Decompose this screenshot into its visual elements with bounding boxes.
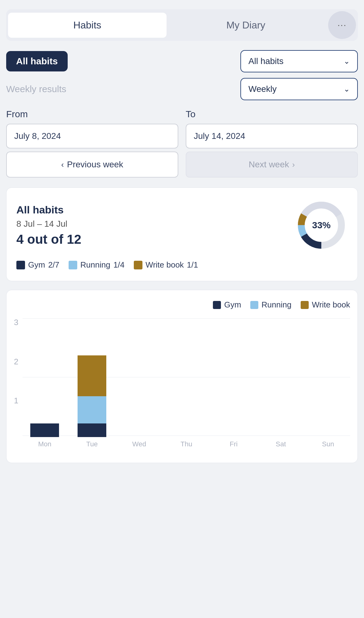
bar-friday: Fri bbox=[212, 331, 256, 448]
x-label-tue: Tue bbox=[86, 440, 98, 448]
chevron-down-icon: ⌄ bbox=[344, 85, 350, 93]
gym-color-dot bbox=[16, 261, 25, 269]
stats-count: 4 out of 12 bbox=[16, 232, 81, 247]
stats-text: All habits 8 Jul – 14 Jul 4 out of 12 bbox=[16, 204, 81, 247]
chart-gym-dot bbox=[213, 301, 221, 309]
x-label-wed: Wed bbox=[132, 440, 146, 448]
bar-tue-running bbox=[78, 396, 106, 423]
from-label: From bbox=[6, 109, 178, 119]
chart-gym-label: Gym bbox=[224, 300, 241, 310]
donut-percentage: 33% bbox=[312, 220, 331, 230]
chart-legend-running: Running bbox=[250, 300, 291, 310]
habits-filter-row: All habits All habits ⌄ bbox=[6, 50, 358, 72]
chart-writebook-dot bbox=[301, 301, 309, 309]
stats-date-range: 8 Jul – 14 Jul bbox=[16, 219, 81, 229]
to-date-input[interactable]: July 14, 2024 bbox=[186, 124, 358, 148]
tab-diary[interactable]: My Diary bbox=[167, 13, 325, 38]
gym-value: 2/7 bbox=[48, 260, 59, 270]
running-label: Running bbox=[80, 260, 110, 270]
running-value: 1/4 bbox=[113, 260, 125, 270]
writebook-value: 1/1 bbox=[187, 260, 198, 270]
bar-tuesday: Tue bbox=[70, 331, 114, 448]
week-nav-buttons: ‹ Previous week Next week › bbox=[6, 152, 358, 178]
bar-tue-stack bbox=[78, 355, 106, 437]
running-color-dot bbox=[69, 261, 77, 269]
y-axis: 3 2 1 bbox=[14, 318, 18, 448]
y-label-1: 1 bbox=[14, 397, 18, 405]
weekly-results-label: Weekly results bbox=[6, 84, 66, 94]
from-date-input[interactable]: July 8, 2024 bbox=[6, 124, 178, 148]
tab-habits[interactable]: Habits bbox=[8, 13, 167, 38]
y-label-3: 3 bbox=[14, 318, 18, 326]
legend-running: Running 1/4 bbox=[69, 260, 125, 270]
chart-running-dot bbox=[250, 301, 258, 309]
x-label-sun: Sun bbox=[322, 440, 334, 448]
chevron-left-icon: ‹ bbox=[61, 160, 64, 170]
chevron-down-icon: ⌄ bbox=[344, 57, 350, 66]
grid-line-top bbox=[23, 318, 350, 319]
next-week-button[interactable]: Next week › bbox=[186, 152, 358, 178]
bar-mon-stack bbox=[30, 423, 59, 437]
bar-mon-gym bbox=[30, 423, 59, 437]
y-label-2: 2 bbox=[14, 358, 18, 366]
chart-legend: Gym Running Write book bbox=[14, 300, 350, 310]
chart-legend-writebook: Write book bbox=[301, 300, 350, 310]
writebook-label: Write book bbox=[146, 260, 184, 270]
donut-chart: 33% bbox=[295, 199, 348, 251]
more-button[interactable]: ··· bbox=[328, 11, 356, 39]
writebook-color-dot bbox=[134, 261, 142, 269]
gym-label: Gym bbox=[28, 260, 45, 270]
weekly-row: Weekly results Weekly ⌄ bbox=[6, 78, 358, 100]
x-label-mon: Mon bbox=[38, 440, 51, 448]
x-label-fri: Fri bbox=[230, 440, 238, 448]
to-label: To bbox=[186, 109, 358, 119]
chart-legend-gym: Gym bbox=[213, 300, 241, 310]
bar-wednesday: Wed bbox=[117, 331, 161, 448]
bar-sunday: Sun bbox=[306, 331, 350, 448]
previous-week-button[interactable]: ‹ Previous week bbox=[6, 152, 178, 178]
chart-running-label: Running bbox=[261, 300, 291, 310]
stats-legend: Gym 2/7 Running 1/4 Write book 1/1 bbox=[16, 260, 348, 270]
to-column: To July 14, 2024 bbox=[186, 109, 358, 148]
bar-saturday: Sat bbox=[259, 331, 303, 448]
chart-writebook-label: Write book bbox=[312, 300, 350, 310]
chevron-right-icon: › bbox=[292, 160, 295, 170]
bar-thursday: Thu bbox=[164, 331, 209, 448]
tab-bar: Habits My Diary ··· bbox=[6, 9, 358, 41]
bar-monday: Mon bbox=[23, 331, 67, 448]
stats-top-row: All habits 8 Jul – 14 Jul 4 out of 12 bbox=[16, 199, 348, 251]
bars-area: Mon Tue Wed Thu bbox=[23, 318, 350, 448]
all-habits-pill[interactable]: All habits bbox=[6, 51, 68, 71]
legend-writebook: Write book 1/1 bbox=[134, 260, 198, 270]
x-label-sat: Sat bbox=[276, 440, 286, 448]
bar-tue-writebook bbox=[78, 355, 106, 396]
legend-gym: Gym 2/7 bbox=[16, 260, 59, 270]
from-column: From July 8, 2024 bbox=[6, 109, 178, 148]
bar-tue-gym bbox=[78, 423, 106, 437]
bar-chart-card: Gym Running Write book 3 2 1 bbox=[6, 290, 358, 463]
bar-chart: 3 2 1 Mon bbox=[14, 318, 350, 448]
frequency-dropdown[interactable]: Weekly ⌄ bbox=[240, 78, 358, 100]
habit-filter-dropdown[interactable]: All habits ⌄ bbox=[240, 50, 358, 72]
stats-card: All habits 8 Jul – 14 Jul 4 out of 12 bbox=[6, 187, 358, 281]
x-label-thu: Thu bbox=[180, 440, 192, 448]
date-range-row: From July 8, 2024 To July 14, 2024 bbox=[6, 109, 358, 148]
stats-title: All habits bbox=[16, 204, 81, 216]
